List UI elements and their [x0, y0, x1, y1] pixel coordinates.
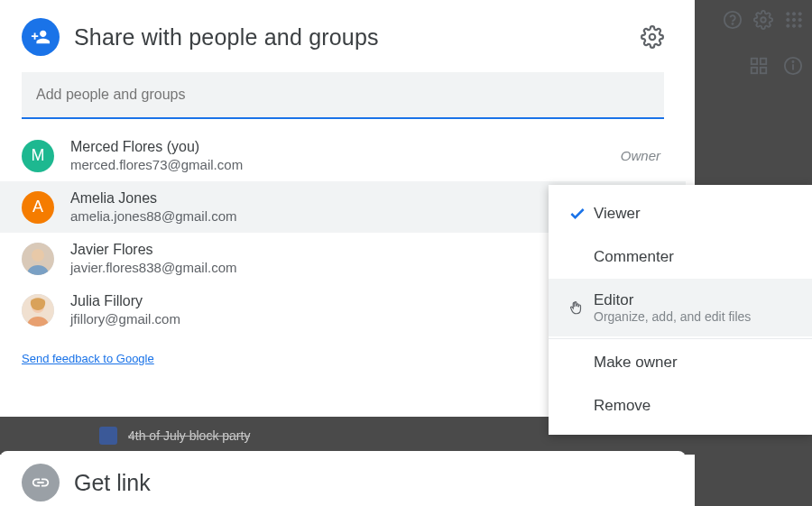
role-sublabel: Organize, add, and edit files	[594, 309, 751, 324]
menu-separator	[549, 338, 812, 339]
menu-action-make-owner[interactable]: Make owner	[549, 341, 812, 384]
dialog-header: Share with people and groups	[0, 18, 686, 72]
role-option-commenter[interactable]: Commenter	[549, 235, 812, 279]
calendar-icon	[99, 427, 117, 445]
svg-point-19	[650, 34, 656, 41]
svg-point-6	[787, 18, 789, 21]
role-label: Viewer	[594, 205, 641, 223]
pointer-cursor-icon	[568, 298, 594, 317]
role-label: Commenter	[594, 248, 674, 266]
svg-point-7	[792, 18, 795, 21]
avatar	[22, 294, 54, 327]
get-link-card[interactable]: Get link	[0, 451, 686, 506]
get-link-title: Get link	[74, 470, 151, 496]
link-icon	[22, 464, 60, 501]
apps-icon[interactable]	[783, 9, 805, 31]
avatar	[22, 243, 54, 275]
svg-point-21	[32, 249, 44, 262]
info-icon[interactable]	[783, 56, 803, 76]
person-add-icon	[22, 18, 60, 56]
svg-rect-12	[752, 59, 757, 64]
menu-action-remove[interactable]: Remove	[549, 384, 812, 428]
role-label: Editor	[594, 291, 751, 309]
secondary-icons	[749, 56, 803, 76]
role-option-editor[interactable]: Editor Organize, add, and edit files	[549, 279, 812, 336]
add-people-input-wrap[interactable]	[22, 72, 664, 119]
person-name: Merced Flores (you)	[70, 139, 621, 155]
top-right-icons	[715, 0, 812, 40]
share-settings-icon[interactable]	[641, 25, 664, 49]
action-label: Make owner	[594, 354, 678, 372]
svg-point-0	[724, 12, 741, 28]
svg-point-11	[798, 24, 801, 27]
svg-rect-13	[761, 59, 766, 64]
svg-point-5	[798, 13, 801, 15]
role-menu: Viewer Commenter Editor Organize, add, a…	[549, 185, 812, 435]
svg-rect-14	[752, 68, 757, 73]
svg-rect-15	[761, 68, 766, 73]
person-row: M Merced Flores (you) merced.flores73@gm…	[0, 130, 686, 181]
add-people-input[interactable]	[36, 87, 650, 103]
feedback-link[interactable]: Send feedback to Google	[22, 352, 154, 365]
svg-point-18	[792, 61, 793, 62]
settings-icon[interactable]	[752, 9, 774, 31]
svg-point-4	[792, 13, 795, 15]
person-email: merced.flores73@gmail.com	[70, 157, 621, 172]
action-label: Remove	[594, 397, 651, 415]
svg-point-1	[732, 23, 733, 24]
check-icon	[568, 205, 594, 223]
dialog-title: Share with people and groups	[74, 24, 641, 51]
strip-label: 4th of July block party	[128, 428, 250, 443]
help-icon[interactable]	[722, 9, 743, 31]
svg-point-3	[787, 13, 789, 15]
role-option-viewer[interactable]: Viewer	[549, 192, 812, 235]
grid-view-icon[interactable]	[749, 56, 769, 76]
avatar: M	[22, 140, 54, 172]
avatar: A	[22, 191, 54, 224]
svg-point-2	[761, 17, 766, 23]
svg-point-10	[792, 24, 795, 27]
svg-point-9	[787, 24, 789, 27]
svg-point-8	[798, 18, 801, 21]
role-label: Owner	[621, 148, 660, 163]
